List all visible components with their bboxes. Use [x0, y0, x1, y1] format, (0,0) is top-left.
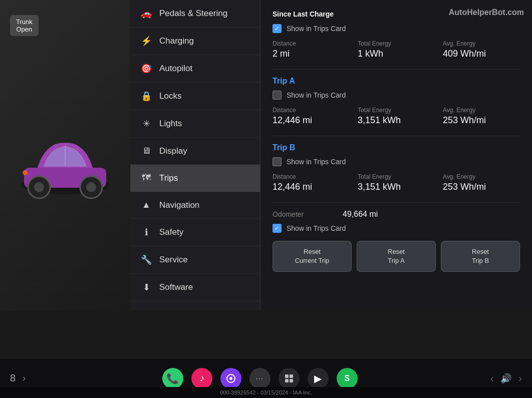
reset-buttons-row: ResetCurrent Trip ResetTrip A ResetTrip …	[273, 241, 520, 272]
camera-button[interactable]	[220, 368, 241, 389]
nav-pedals-steering[interactable]: 🚗 Pedals & Steering	[130, 0, 260, 28]
nav-trips[interactable]: 🗺 Trips	[130, 165, 260, 192]
nav-navigation[interactable]: ▲ Navigation	[130, 192, 260, 219]
taskbar-chevron-right[interactable]: ›	[19, 371, 30, 385]
svg-point-6	[23, 170, 28, 175]
trip-a-stats: Distance 12,446 mi Total Energy 3,151 kW…	[273, 107, 520, 126]
trip-a-checkbox-label: Show in Trips Card	[287, 91, 346, 99]
software-icon: ⬇	[140, 282, 152, 293]
nav-upgrades[interactable]: 🛍 Upgrades	[130, 301, 260, 310]
service-label: Service	[159, 255, 188, 265]
trip-b-energy-label: Total Energy	[358, 173, 435, 180]
music-button[interactable]: ♪	[191, 368, 212, 389]
display-label: Display	[159, 146, 187, 156]
car-svg	[15, 85, 115, 225]
svg-point-8	[229, 377, 232, 380]
trips-label: Trips	[159, 173, 178, 183]
grid-button[interactable]	[279, 368, 300, 389]
navigation-icon: ▲	[140, 200, 152, 210]
since-avg-item: Avg. Energy 409 Wh/mi	[443, 40, 520, 59]
media-next-button[interactable]: ›	[518, 372, 522, 384]
reset-trip-a-button[interactable]: ResetTrip A	[357, 241, 436, 272]
trip-a-energy-item: Total Energy 3,151 kWh	[358, 107, 435, 126]
footer-info: 000-38926542 - 03/15/2024 - IAA Inc.	[220, 389, 312, 395]
trunk-label: Trunk	[16, 18, 33, 26]
trunk-status: Open	[16, 26, 33, 33]
nav-safety[interactable]: ℹ Safety	[130, 219, 260, 246]
trip-b-distance-label: Distance	[273, 173, 350, 180]
volume-button[interactable]: 🔊	[500, 373, 511, 384]
reset-current-trip-button[interactable]: ResetCurrent Trip	[273, 241, 352, 272]
nav-locks[interactable]: 🔒 Locks	[130, 83, 260, 110]
since-last-charge-checkbox-label: Show in Trips Card	[287, 25, 346, 33]
safety-label: Safety	[159, 227, 183, 237]
nav-autopilot[interactable]: 🎯 Autopilot	[130, 55, 260, 83]
trip-a-checkbox[interactable]	[273, 91, 282, 100]
divider-3	[273, 202, 520, 203]
svg-point-5	[86, 182, 96, 192]
charging-icon: ⚡	[140, 36, 152, 47]
taskbar-odometer: 8	[10, 372, 16, 384]
play-button[interactable]: ▶	[308, 368, 329, 389]
nav-charging[interactable]: ⚡ Charging	[130, 28, 260, 55]
charging-label: Charging	[159, 36, 194, 46]
trip-a-checkbox-row: Show in Trips Card	[273, 91, 520, 100]
since-avg-label: Avg. Energy	[443, 40, 520, 47]
svg-rect-12	[290, 379, 293, 382]
taskbar-left: 8 ›	[10, 371, 30, 385]
svg-rect-10	[290, 374, 293, 378]
since-energy-label: Total Energy	[358, 40, 435, 47]
trip-b-distance-value: 12,446 mi	[273, 182, 350, 192]
since-last-charge-stats: Distance 2 mi Total Energy 1 kWh Avg. En…	[273, 40, 520, 59]
trip-b-checkbox[interactable]	[273, 157, 282, 166]
trip-b-stats: Distance 12,446 mi Total Energy 3,151 kW…	[273, 173, 520, 192]
autopilot-icon: 🎯	[140, 63, 152, 74]
safety-icon: ℹ	[140, 227, 152, 238]
settings-nav: 🚗 Pedals & Steering ⚡ Charging 🎯 Autopil…	[130, 0, 260, 310]
nav-display[interactable]: 🖥 Display	[130, 138, 260, 165]
more-button[interactable]: ···	[249, 368, 271, 389]
trip-a-distance-value: 12,446 mi	[273, 115, 350, 126]
trips-icon: 🗺	[140, 173, 152, 183]
lights-icon: ✳	[140, 118, 152, 129]
trip-a-energy-label: Total Energy	[358, 107, 435, 114]
navigation-label: Navigation	[159, 200, 199, 210]
spotify-button[interactable]: S	[337, 368, 358, 389]
trip-a-energy-value: 3,151 kWh	[358, 115, 435, 126]
nav-service[interactable]: 🔧 Service	[130, 246, 260, 274]
locks-label: Locks	[159, 91, 181, 101]
svg-rect-11	[285, 379, 289, 382]
pedals-label: Pedals & Steering	[159, 9, 227, 19]
upgrades-icon: 🛍	[140, 309, 152, 310]
locks-icon: 🔒	[140, 91, 152, 102]
nav-lights[interactable]: ✳ Lights	[130, 110, 260, 138]
trip-b-avg-item: Avg. Energy 253 Wh/mi	[443, 173, 520, 192]
trips-content: AutoHelperBot.com Since Last Charge ✓ Sh…	[260, 0, 532, 310]
media-prev-button[interactable]: ‹	[490, 372, 494, 384]
trip-b-title: Trip B	[273, 143, 520, 152]
nav-software[interactable]: ⬇ Software	[130, 274, 260, 301]
grid-icon	[284, 373, 294, 383]
reset-trip-b-button[interactable]: ResetTrip B	[441, 241, 520, 272]
car-image	[10, 68, 120, 243]
since-distance-value: 2 mi	[273, 49, 350, 59]
autopilot-label: Autopilot	[159, 64, 192, 74]
trip-a-avg-label: Avg. Energy	[443, 107, 520, 114]
trip-b-energy-item: Total Energy 3,151 kWh	[358, 173, 435, 192]
trip-b-energy-value: 3,151 kWh	[358, 182, 435, 192]
trip-b-avg-label: Avg. Energy	[443, 173, 520, 180]
car-display: Trunk Open	[0, 0, 130, 310]
watermark: AutoHelperBot.com	[449, 8, 524, 17]
taskbar-right: ‹ 🔊 ›	[490, 372, 522, 384]
odometer-label: Odometer	[273, 210, 323, 218]
since-energy-value: 1 kWh	[358, 49, 435, 59]
since-distance-item: Distance 2 mi	[273, 40, 350, 59]
since-distance-label: Distance	[273, 40, 350, 47]
divider-2	[273, 136, 520, 136]
phone-button[interactable]: 📞	[162, 368, 183, 389]
since-last-charge-checkbox[interactable]: ✓	[273, 24, 282, 33]
info-bar: 000-38926542 - 03/15/2024 - IAA Inc.	[0, 387, 532, 398]
trip-a-distance-label: Distance	[273, 107, 350, 114]
odometer-checkbox[interactable]: ✓	[273, 224, 282, 233]
trip-a-avg-value: 253 Wh/mi	[443, 115, 520, 126]
